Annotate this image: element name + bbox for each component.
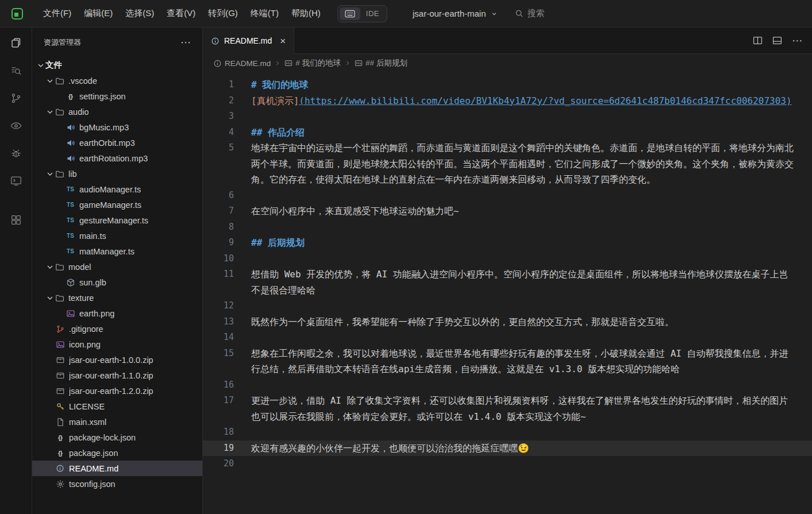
breadcrumb-label: # 我们的地球 [295, 58, 341, 68]
tree-item-model[interactable]: model [32, 259, 202, 275]
editor-line-4[interactable]: 4## 作品介绍 [203, 125, 812, 141]
info-icon [213, 59, 222, 68]
tree-item-bgMusic.mp3[interactable]: bgMusic.mp3 [32, 119, 202, 135]
code-text: 想借助 Web 开发的优势，将 AI 功能融入进空间小程序中。空间小程序的定位是… [251, 266, 812, 298]
tree-item-gestureManager.ts[interactable]: TSgestureManager.ts [32, 212, 202, 228]
line-number: 19 [203, 440, 234, 457]
app-logo-icon[interactable] [11, 8, 23, 20]
editor-line-1[interactable]: 1# 我们的地球 [203, 77, 812, 93]
tree-item-icon.png[interactable]: icon.png [32, 337, 202, 352]
tree-item-package-lock.json[interactable]: {}package-lock.json [32, 430, 202, 445]
editor-line-14[interactable]: 14 [203, 330, 812, 346]
breadcrumb-item-2[interactable]: ## 后期规划 [355, 58, 407, 68]
more-actions-icon[interactable]: ⋯ [792, 35, 803, 46]
tree-item-audio[interactable]: audio [32, 104, 202, 119]
code-text [251, 377, 812, 393]
editor-line-10[interactable]: 10 [203, 251, 812, 267]
layout-panel-icon[interactable] [772, 36, 782, 45]
code-text: 想象在工作闲暇之余，我可以对着地球说，最近世界各地有哪些好玩有趣的事发生呀，小破… [251, 346, 812, 377]
code-text [251, 109, 812, 125]
explorer-icon[interactable] [0, 29, 32, 57]
tree-item-texture[interactable]: texture [32, 290, 202, 306]
tree-item-label: lib [68, 169, 77, 179]
editor-line-16[interactable]: 16 [203, 377, 812, 393]
search-input[interactable]: 搜索 [515, 8, 545, 19]
tree-item-README.md[interactable]: README.md [32, 461, 202, 476]
json-icon: {} [55, 434, 65, 441]
menu-item-0[interactable]: 文件(F) [37, 5, 78, 22]
tree-item-main.ts[interactable]: TSmain.ts [32, 228, 202, 244]
editor-line-17[interactable]: 17更进一步说，借助 AI 除了收集文字资料，还可以收集图片和视频资料呀，这样我… [203, 393, 812, 424]
tree-item-gameManager.ts[interactable]: TSgameManager.ts [32, 197, 202, 212]
project-name: jsar-our-earth-main [413, 9, 486, 18]
editor-line-15[interactable]: 15想象在工作闲暇之余，我可以对着地球说，最近世界各地有哪些好玩有趣的事发生呀，… [203, 346, 812, 377]
editor-line-13[interactable]: 13既然作为一个桌面组件，我希望能有一种除了手势交互以外的，更自然的交互方式，那… [203, 314, 812, 330]
editor-line-7[interactable]: 7在空间小程序中，来直观感受下地球运动的魅力吧~ [203, 203, 812, 219]
editor-line-19[interactable]: 19欢迎有感兴趣的小伙伴一起开发，也顺便可以治治我的拖延症嘿嘿😉 [203, 440, 812, 457]
tree-item-package.json[interactable]: {}package.json [32, 445, 202, 461]
ide-mode-toggle[interactable]: IDE [337, 5, 387, 22]
tree-item-label: main.xsml [69, 418, 106, 427]
editor-line-9[interactable]: 9## 后期规划 [203, 235, 812, 251]
tree-item-jsar-our-earth-1.0.0.zip[interactable]: jsar-our-earth-1.0.0.zip [32, 352, 202, 368]
breadcrumb-item-0[interactable]: README.md [213, 59, 271, 68]
menu-item-5[interactable]: 终端(T) [244, 5, 285, 22]
preview-eye-icon[interactable] [0, 112, 32, 140]
menu-item-3[interactable]: 查看(V) [160, 5, 202, 22]
tree-item-lib[interactable]: lib [32, 166, 202, 181]
editor-line-8[interactable]: 8 [203, 219, 812, 235]
tree-root-label: 文件 [45, 60, 62, 71]
search-list-icon[interactable] [0, 57, 32, 84]
simulator-icon[interactable] [0, 167, 32, 195]
git-icon [55, 324, 65, 334]
link-url[interactable]: (https://www.bilibili.com/video/BV1Kb4y1… [299, 95, 791, 106]
tree-root-files[interactable]: 文件 [32, 57, 202, 73]
tree-item-tsconfig.json[interactable]: tsconfig.json [32, 476, 202, 492]
menu-item-6[interactable]: 帮助(H) [285, 5, 327, 22]
more-actions-icon[interactable]: ⋯ [180, 37, 191, 48]
tree-item-earth.png[interactable]: earth.png [32, 306, 202, 321]
tree-item-earthRotation.mp3[interactable]: earthRotation.mp3 [32, 150, 202, 166]
tree-item-.gitignore[interactable]: .gitignore [32, 321, 202, 337]
tree-item-label: gameManager.ts [79, 200, 141, 210]
3d-model-icon [66, 278, 75, 287]
editor-line-20[interactable]: 20 [203, 456, 812, 472]
source-control-icon[interactable] [0, 84, 32, 112]
line-number: 3 [203, 109, 234, 125]
debug-icon[interactable] [0, 140, 32, 167]
tree-item-settings.json[interactable]: {}settings.json [32, 88, 202, 104]
link-label[interactable]: [真机演示] [251, 95, 299, 106]
editor-line-18[interactable]: 18 [203, 424, 812, 440]
tree-item-audioManager.ts[interactable]: TSaudioManager.ts [32, 181, 202, 197]
project-selector[interactable]: jsar-our-earth-main [413, 9, 498, 18]
menu-item-1[interactable]: 编辑(E) [78, 5, 119, 22]
code-text [251, 219, 812, 235]
editor-line-12[interactable]: 12 [203, 298, 812, 314]
tree-item-matManager.ts[interactable]: TSmatManager.ts [32, 244, 202, 259]
split-editor-icon[interactable] [753, 36, 763, 45]
line-number: 5 [203, 140, 234, 188]
tree-item-LICENSE[interactable]: LICENSE [32, 399, 202, 414]
tree-item-.vscode[interactable]: .vscode [32, 73, 202, 88]
editor-line-2[interactable]: 2[真机演示](https://www.bilibili.com/video/B… [203, 93, 812, 109]
editor-line-5[interactable]: 5地球在宇宙中的运动是一个壮丽的舞蹈，而赤道面与黄道面则是这个舞蹈中的关键角色。… [203, 140, 812, 188]
markdown-symbol-icon [355, 59, 363, 67]
extensions-icon[interactable] [0, 206, 32, 234]
editor-line-3[interactable]: 3 [203, 109, 812, 125]
tree-item-label: gestureManager.ts [79, 216, 148, 225]
tab-readme[interactable]: README.md × [203, 28, 294, 54]
line-number: 11 [203, 266, 234, 298]
editor-line-11[interactable]: 11想借助 Web 开发的优势，将 AI 功能融入进空间小程序中。空间小程序的定… [203, 266, 812, 298]
menu-item-4[interactable]: 转到(G) [202, 5, 244, 22]
menu-item-2[interactable]: 选择(S) [119, 5, 160, 22]
tree-item-jsar-our-earth-1.1.0.zip[interactable]: jsar-our-earth-1.1.0.zip [32, 368, 202, 383]
tree-item-label: audio [68, 107, 88, 117]
close-icon[interactable]: × [280, 36, 286, 46]
tree-item-jsar-our-earth-1.2.0.zip[interactable]: jsar-our-earth-1.2.0.zip [32, 383, 202, 399]
tree-item-earthOrbit.mp3[interactable]: earthOrbit.mp3 [32, 135, 202, 150]
breadcrumb-item-1[interactable]: # 我们的地球 [284, 58, 341, 68]
breadcrumb-label: README.md [225, 59, 271, 68]
editor-line-6[interactable]: 6 [203, 188, 812, 204]
tree-item-sun.glb[interactable]: sun.glb [32, 275, 202, 290]
tree-item-main.xsml[interactable]: main.xsml [32, 414, 202, 430]
